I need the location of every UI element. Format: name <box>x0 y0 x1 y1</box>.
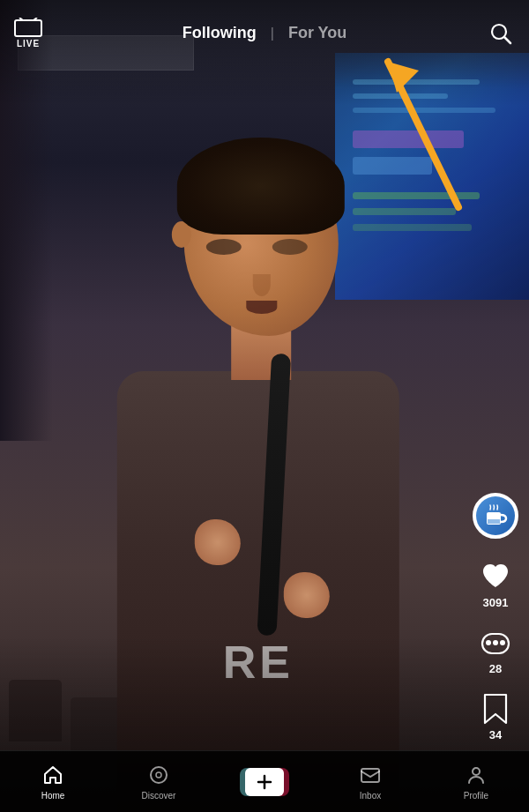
svg-line-4 <box>504 37 510 43</box>
live-label: LIVE <box>17 39 40 48</box>
like-count: 3091 <box>483 596 509 609</box>
bottom-nav-profile[interactable]: Profile <box>423 763 529 801</box>
svg-point-9 <box>486 640 491 645</box>
svg-rect-8 <box>488 519 500 524</box>
inbox-icon <box>358 763 383 787</box>
bookmark-count: 34 <box>489 728 502 741</box>
avatar-inner <box>476 496 515 535</box>
heart-icon <box>480 561 511 592</box>
home-icon <box>41 763 65 787</box>
bottom-nav-discover[interactable]: Discover <box>106 763 212 801</box>
bookmark-action[interactable]: 34 <box>480 693 511 741</box>
nav-divider: | <box>271 26 274 41</box>
search-button[interactable] <box>487 19 515 48</box>
search-icon <box>489 22 512 45</box>
svg-point-10 <box>493 640 498 645</box>
inbox-label: Inbox <box>360 791 381 801</box>
discover-label: Discover <box>142 791 176 801</box>
following-tab[interactable]: Following <box>183 24 257 42</box>
like-action[interactable]: 3091 <box>480 561 511 609</box>
create-plus-button[interactable] <box>245 768 284 796</box>
bottom-nav-create[interactable] <box>212 768 317 796</box>
speech-bubble-icon <box>480 627 511 659</box>
svg-point-14 <box>156 772 161 778</box>
plus-icon <box>256 773 273 791</box>
bookmark-svg-icon <box>481 693 510 725</box>
right-sidebar: 3091 28 34 <box>473 493 518 741</box>
svg-rect-0 <box>15 20 41 36</box>
comment-count: 28 <box>489 662 502 675</box>
plus-inner <box>245 768 284 796</box>
svg-point-13 <box>151 767 167 783</box>
live-badge[interactable]: LIVE <box>14 18 42 48</box>
bookmark-icon <box>480 693 511 725</box>
like-icon <box>480 561 511 592</box>
live-tv-icon <box>14 18 42 37</box>
comment-icon <box>480 627 511 659</box>
nav-tabs: Following | For You <box>183 24 346 42</box>
app-container: RE <box>0 0 529 812</box>
profile-nav-icon <box>464 763 488 787</box>
foryou-tab[interactable]: For You <box>288 24 346 42</box>
svg-rect-17 <box>361 769 379 782</box>
avatar-icon <box>483 503 508 528</box>
bottom-nav: Home Discover <box>0 750 529 812</box>
profile-avatar[interactable] <box>473 493 518 539</box>
bottom-nav-inbox[interactable]: Inbox <box>317 763 423 801</box>
home-label: Home <box>41 791 65 801</box>
top-nav: LIVE Following | For You <box>0 0 529 66</box>
svg-point-18 <box>473 768 480 775</box>
svg-point-11 <box>500 640 505 645</box>
profile-label: Profile <box>464 791 488 801</box>
discover-icon <box>146 763 171 787</box>
bottom-nav-home[interactable]: Home <box>0 763 106 801</box>
comment-action[interactable]: 28 <box>480 627 511 675</box>
